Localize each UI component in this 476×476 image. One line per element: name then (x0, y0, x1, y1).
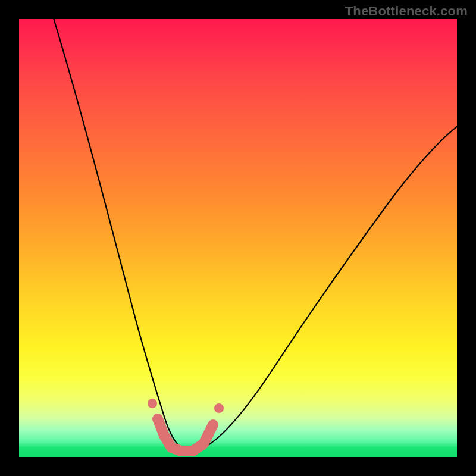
curve-layer (19, 19, 457, 457)
chart-frame: TheBottleneck.com (0, 0, 476, 476)
watermark-text: TheBottleneck.com (345, 4, 468, 19)
curve-left-branch (52, 14, 183, 450)
marker-dot-left (148, 399, 157, 408)
plot-area (19, 19, 457, 457)
curve-right-branch (171, 124, 461, 452)
marker-dot-right (214, 403, 224, 413)
